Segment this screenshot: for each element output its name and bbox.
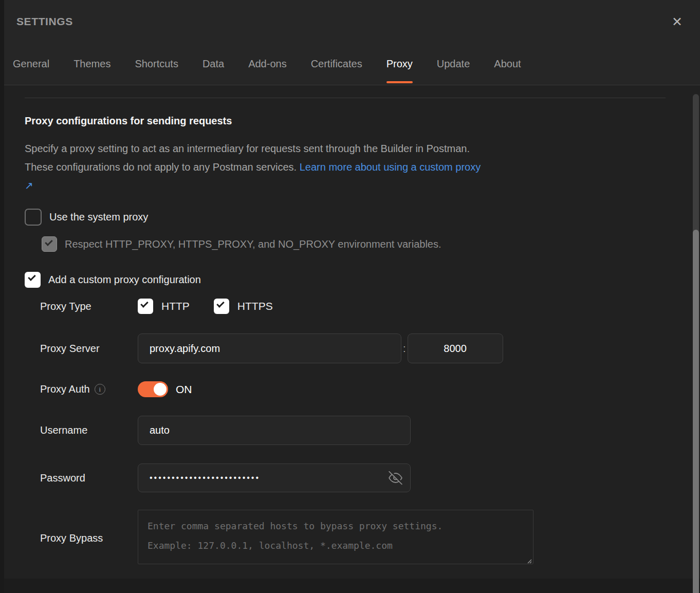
proxy-type-label: Proxy Type xyxy=(40,301,138,312)
tab-certificates[interactable]: Certificates xyxy=(311,43,362,85)
proxy-auth-label-group: Proxy Auth i xyxy=(40,383,138,395)
https-label: HTTPS xyxy=(237,300,273,312)
tab-shortcuts[interactable]: Shortcuts xyxy=(135,43,178,85)
http-checkbox[interactable] xyxy=(138,299,153,314)
password-field-wrap xyxy=(138,464,411,492)
proxy-server-port-input[interactable] xyxy=(408,333,503,363)
eye-off-icon[interactable] xyxy=(389,471,402,485)
proxy-bypass-textarea[interactable] xyxy=(138,510,533,564)
username-row: Username xyxy=(40,416,700,445)
toggle-knob xyxy=(154,383,167,396)
password-row: Password xyxy=(40,464,700,492)
use-system-proxy-row[interactable]: Use the system proxy xyxy=(25,209,700,226)
proxy-type-row: Proxy Type HTTP HTTPS xyxy=(40,299,700,314)
info-icon[interactable]: i xyxy=(95,384,105,395)
check-icon xyxy=(45,238,53,246)
password-label: Password xyxy=(40,472,138,484)
http-label: HTTP xyxy=(161,300,190,312)
tab-about[interactable]: About xyxy=(494,43,521,85)
settings-tabbar: General Themes Shortcuts Data Add-ons Ce… xyxy=(0,43,700,85)
section-divider xyxy=(25,98,666,98)
proxy-auth-state: ON xyxy=(176,383,192,396)
check-icon xyxy=(140,300,149,308)
section-heading: Proxy configurations for sending request… xyxy=(25,115,700,127)
https-checkbox[interactable] xyxy=(214,299,229,314)
proxy-server-row: Proxy Server : xyxy=(40,333,700,363)
respect-env-checkbox xyxy=(42,236,57,252)
tab-data[interactable]: Data xyxy=(202,43,224,85)
settings-header: SETTINGS ✕ xyxy=(0,0,700,43)
tab-addons[interactable]: Add-ons xyxy=(248,43,287,85)
use-system-proxy-label: Use the system proxy xyxy=(49,211,148,223)
username-input[interactable] xyxy=(138,416,411,445)
respect-env-label: Respect HTTP_PROXY, HTTPS_PROXY, and NO_… xyxy=(65,238,441,250)
proxy-bypass-label: Proxy Bypass xyxy=(40,532,138,544)
proxy-auth-row: Proxy Auth i ON xyxy=(40,381,700,397)
resize-handle-icon[interactable] xyxy=(526,558,532,564)
custom-proxy-checkbox[interactable] xyxy=(25,272,41,288)
tab-update[interactable]: Update xyxy=(437,43,470,85)
proxy-server-label: Proxy Server xyxy=(40,343,138,355)
respect-env-row: Respect HTTP_PROXY, HTTPS_PROXY, and NO_… xyxy=(42,236,700,252)
proxy-type-http-option[interactable]: HTTP xyxy=(138,299,190,314)
check-icon xyxy=(28,273,36,281)
custom-proxy-row[interactable]: Add a custom proxy configuration xyxy=(25,272,700,288)
custom-proxy-label: Add a custom proxy configuration xyxy=(48,274,201,286)
dialog-title: SETTINGS xyxy=(16,15,73,28)
username-label: Username xyxy=(40,424,138,436)
external-link-icon: ↗ xyxy=(25,180,33,191)
scrollbar-thumb[interactable] xyxy=(693,230,699,593)
proxy-auth-label: Proxy Auth xyxy=(40,383,90,395)
proxy-server-host-input[interactable] xyxy=(138,333,401,363)
close-icon[interactable]: ✕ xyxy=(670,13,685,30)
tab-proxy[interactable]: Proxy xyxy=(386,43,413,85)
host-port-separator: : xyxy=(403,343,406,355)
page-behind-strip xyxy=(0,0,4,593)
proxy-settings-panel: Proxy configurations for sending request… xyxy=(0,98,700,566)
tab-general[interactable]: General xyxy=(13,43,49,85)
section-description: Specify a proxy setting to act as an int… xyxy=(25,139,487,195)
dialog-footer-edge xyxy=(0,579,700,593)
proxy-bypass-wrap xyxy=(138,510,533,566)
tab-themes[interactable]: Themes xyxy=(73,43,110,85)
proxy-auth-toggle[interactable] xyxy=(138,381,168,397)
password-input[interactable] xyxy=(138,464,411,492)
check-icon xyxy=(216,300,225,308)
use-system-proxy-checkbox[interactable] xyxy=(25,209,42,226)
proxy-type-https-option[interactable]: HTTPS xyxy=(214,299,273,314)
proxy-bypass-row: Proxy Bypass xyxy=(40,510,700,566)
